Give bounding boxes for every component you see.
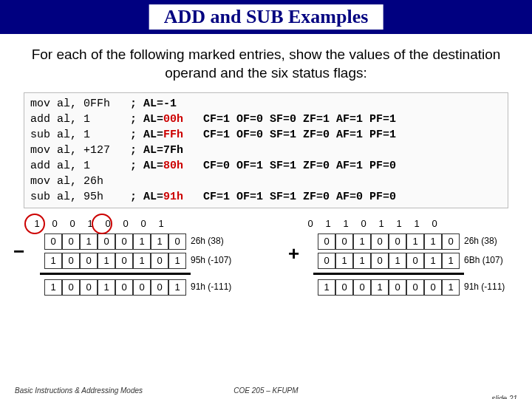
bit-cell: 1 (98, 279, 115, 296)
bit-cell: 0 (62, 233, 80, 250)
comment: ; AL= (130, 113, 163, 126)
label-right-r: 91h (-111) (464, 282, 505, 292)
footer-left: Basic Instructions & Addressing Modes (15, 386, 143, 395)
comment: ; AL= (130, 129, 163, 141)
bit-cell: 0 (117, 216, 134, 232)
bit-cell: 0 (301, 216, 319, 232)
footer-right: slide 21 (492, 395, 517, 399)
bit-cell: 0 (371, 253, 389, 269)
bit-cell: 0 (355, 216, 372, 232)
bit-cell: 1 (98, 253, 115, 269)
bit-cell: 0 (46, 216, 64, 232)
bit-cell: 0 (353, 279, 371, 296)
bit-cell: 1 (389, 253, 406, 269)
bit-cell: 1 (152, 216, 170, 232)
label-right-b: 6Bh (107) (464, 255, 503, 265)
flags: CF=0 OF=1 SF=1 ZF=0 AF=1 PF=0 (183, 160, 396, 172)
comment: ; AL= (130, 191, 163, 203)
instr: sub al, 95h (30, 191, 130, 203)
bit-cell: 0 (318, 253, 335, 269)
footer: Basic Instructions & Addressing Modes CO… (0, 386, 532, 395)
bit-cell: 0 (115, 253, 133, 269)
bit-cell: 1 (151, 233, 168, 250)
flags: CF=1 OF=0 SF=1 ZF=0 AF=1 PF=1 (183, 129, 396, 141)
bit-cell: 1 (337, 216, 355, 232)
comment: ; AL=-1 (130, 98, 177, 110)
result: 91h (163, 191, 183, 203)
bit-cell: 0 (442, 233, 460, 250)
bit-cell: 1 (353, 233, 371, 250)
result: 80h (163, 160, 183, 172)
instr: sub al, 1 (30, 129, 130, 141)
bit-cell: 0 (335, 233, 353, 250)
bit-cell: 1 (168, 253, 186, 269)
bit-cell: 0 (64, 216, 81, 232)
bit-cell: 1 (318, 279, 335, 296)
bit-cell: 0 (134, 216, 152, 232)
bit-cell: 0 (389, 279, 406, 296)
flags: CF=1 OF=0 SF=0 ZF=1 AF=1 PF=1 (183, 113, 396, 126)
bit-cell: 1 (408, 216, 426, 232)
bit-cell: 0 (151, 253, 168, 269)
flags: CF=1 OF=1 SF=1 ZF=0 AF=0 PF=0 (183, 191, 396, 203)
comment: ; AL= (130, 160, 163, 172)
bit-cell: 0 (406, 253, 424, 269)
bit-cell: 0 (335, 279, 353, 296)
code-block: mov al, 0FFh ; AL=-1 add al, 1 ; AL=00h … (24, 92, 508, 208)
bit-cell: 0 (424, 279, 442, 296)
bit-cell: 0 (389, 233, 406, 250)
bit-cell: 0 (151, 279, 168, 296)
label-left-b: 95h (-107) (191, 255, 231, 265)
instr: mov al, 26h (30, 175, 103, 188)
bit-cell: 1 (424, 233, 442, 250)
bit-cell: 0 (371, 233, 389, 250)
bit-cell: 0 (115, 279, 133, 296)
bit-cell: 0 (80, 279, 98, 296)
instr: mov al, +127 (30, 144, 130, 157)
bit-cell: 1 (168, 279, 186, 296)
bit-cell: 1 (335, 253, 353, 269)
result: 00h (163, 113, 183, 126)
bit-cell: 1 (372, 216, 390, 232)
bit-cell: 1 (353, 253, 371, 269)
comment: ; AL=7Fh (130, 144, 183, 157)
bit-cell: 1 (390, 216, 408, 232)
bit-cell: 1 (442, 253, 460, 269)
instr: mov al, 0FFh (30, 98, 130, 110)
bit-cell: 0 (318, 233, 335, 250)
bit-cell: 1 (133, 233, 151, 250)
bit-cell: 1 (371, 279, 389, 296)
instr: add al, 1 (30, 113, 130, 126)
bit-cell: 0 (115, 233, 133, 250)
bit-cell: 1 (319, 216, 337, 232)
bit-cell: 1 (44, 253, 62, 269)
bit-cell: 0 (426, 216, 443, 232)
op-minus: − (13, 240, 24, 263)
slide-title: ADD and SUB Examples (149, 4, 383, 30)
bit-cell: 1 (406, 233, 424, 250)
bit-cell: 0 (44, 233, 62, 250)
label-right-a: 26h (38) (464, 236, 497, 246)
bit-cell: 0 (98, 233, 115, 250)
bit-cell: 0 (133, 279, 151, 296)
bit-cell: 0 (168, 233, 186, 250)
bit-cell: 1 (442, 279, 460, 296)
bit-cell: 1 (44, 279, 62, 296)
bit-cell: 1 (133, 253, 151, 269)
instr: add al, 1 (30, 160, 130, 172)
bit-cell: 0 (62, 253, 80, 269)
bit-cell: 1 (424, 253, 442, 269)
calculation-area: 10010001 00100110 26h (38) 10010101 95h … (7, 216, 525, 334)
bit-cell: 0 (406, 279, 424, 296)
label-left-a: 26h (38) (191, 236, 224, 246)
bit-cell: 1 (80, 233, 98, 250)
label-left-r: 91h (-111) (191, 282, 231, 292)
op-plus: + (288, 242, 299, 265)
slide-subtitle: For each of the following marked entries… (30, 46, 502, 82)
bit-cell: 0 (62, 279, 80, 296)
bit-cell: 0 (80, 253, 98, 269)
result: FFh (163, 129, 183, 141)
